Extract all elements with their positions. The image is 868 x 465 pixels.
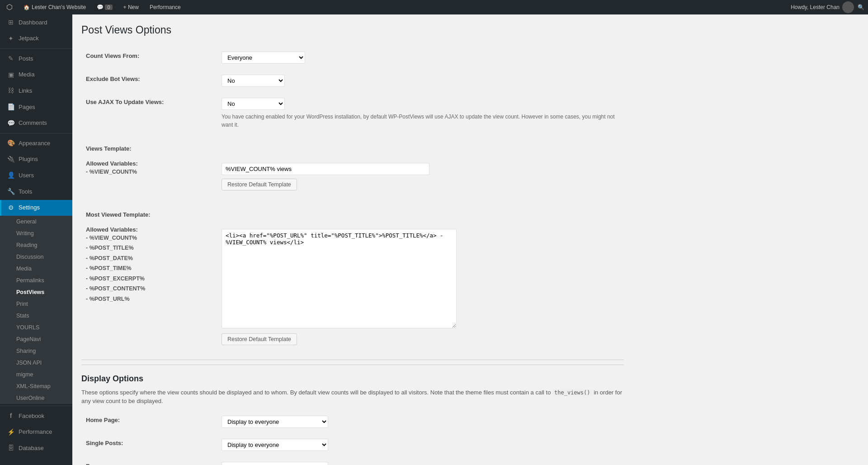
var-postexcerpt: - %POST_EXCERPT% — [86, 274, 212, 284]
media-icon: ▣ — [7, 71, 15, 80]
display-options-heading: Display Options — [81, 365, 624, 388]
main-content: Post Views Options Count Views From: Eve… — [72, 14, 868, 465]
use-ajax-select[interactable]: No Yes — [222, 98, 285, 110]
wp-logo-icon[interactable]: ⬡ — [4, 0, 15, 14]
submenu-postviews[interactable]: PostViews — [0, 286, 72, 298]
new-content-link[interactable]: + New — [121, 0, 142, 14]
comments-link[interactable]: 💬 0 — [94, 0, 115, 14]
exclude-bot-select[interactable]: No Yes — [222, 75, 285, 87]
count-views-label: Count Views From: — [81, 46, 217, 69]
sidebar-item-pages[interactable]: 📄 Pages — [0, 99, 72, 115]
var-postcontent: - %POST_CONTENT% — [86, 284, 212, 294]
submenu-yourls[interactable]: YOURLS — [0, 322, 72, 333]
exclude-bot-label: Exclude Bot Views: — [81, 69, 217, 92]
pages-select[interactable]: Display to everyone Display to registere… — [222, 462, 328, 465]
sidebar-item-performance[interactable]: ⚡ Performance — [0, 424, 72, 441]
links-icon: ⛓ — [7, 86, 15, 95]
submenu-sharing[interactable]: Sharing — [0, 345, 72, 357]
page-title: Post Views Options — [81, 24, 624, 37]
howdy-text: Howdy, Lester Chan — [791, 1, 854, 13]
display-options-desc: These options specify where the view cou… — [81, 388, 624, 406]
plugins-icon: 🔌 — [7, 155, 15, 164]
ajax-description: You have caching enabled for your WordPr… — [222, 113, 619, 129]
jetpack-icon: ✦ — [7, 34, 15, 43]
submenu-writing[interactable]: Writing — [0, 228, 72, 239]
submenu-reading[interactable]: Reading — [0, 239, 72, 251]
var-posttitle: - %POST_TITLE% — [86, 243, 212, 253]
site-name[interactable]: 🏠 Lester Chan's Website — [21, 0, 89, 14]
search-icon[interactable]: 🔍 — [858, 4, 864, 10]
submenu-print[interactable]: Print — [0, 298, 72, 310]
most-viewed-textarea[interactable]: <li><a href="%POST_URL%" title="%POST_TI… — [222, 229, 457, 328]
var-posturl: - %POST_URL% — [86, 294, 212, 304]
dashboard-icon: ⊞ — [7, 18, 15, 27]
single-posts-select[interactable]: Display to everyone Display to registere… — [222, 439, 328, 451]
var-viewcount: - %VIEW_COUNT% — [86, 233, 212, 243]
most-viewed-template-table: Most Viewed Template: Allowed Variables:… — [81, 205, 624, 351]
var-posttime: - %POST_TIME% — [86, 263, 212, 274]
appearance-icon: 🎨 — [7, 139, 15, 148]
views-allowed-vars-label: Allowed Variables: - %VIEW_COUNT% — [81, 157, 217, 196]
display-options-table: Home Page: Display to everyone Display t… — [81, 410, 624, 465]
sidebar-item-facebook[interactable]: f Facebook — [0, 408, 72, 424]
tools-icon: 🔧 — [7, 187, 15, 196]
user-avatar — [842, 1, 854, 13]
count-views-select[interactable]: Everyone Registered Users Only Guests On… — [222, 52, 305, 64]
sidebar-item-links[interactable]: ⛓ Links — [0, 83, 72, 99]
allowed-var-viewcount: - %VIEW_COUNT% — [86, 167, 212, 177]
display-options-section: Display Options These options specify wh… — [81, 360, 624, 465]
performance-topbar-link[interactable]: Performance — [147, 0, 184, 14]
pages-icon: 📄 — [7, 103, 15, 112]
settings-submenu: General Writing Reading Discussion Media… — [0, 216, 72, 404]
pages-label: Pages: — [81, 456, 217, 465]
submenu-jsonapi[interactable]: JSON API — [0, 357, 72, 369]
sidebar-item-tools[interactable]: 🔧 Tools — [0, 184, 72, 200]
performance-icon: ⚡ — [7, 428, 15, 437]
posts-icon: ✎ — [7, 54, 15, 63]
views-template-heading: Views Template: — [81, 139, 217, 157]
sidebar-item-comments[interactable]: 💬 Comments — [0, 115, 72, 132]
comment-count: 0 — [105, 5, 112, 10]
sidebar-item-jetpack[interactable]: ✦ Jetpack — [0, 31, 72, 47]
settings-icon: ⚙ — [7, 204, 15, 213]
submenu-useronline[interactable]: UserOnline — [0, 392, 72, 404]
comment-icon: 💬 — [97, 4, 104, 10]
views-template-section: Views Template: Allowed Variables: - %VI… — [81, 139, 624, 196]
home-page-select[interactable]: Display to everyone Display to registere… — [222, 416, 328, 428]
sidebar-item-plugins[interactable]: 🔌 Plugins — [0, 152, 72, 168]
comments-sidebar-icon: 💬 — [7, 119, 15, 128]
views-template-input[interactable] — [222, 163, 429, 175]
use-ajax-label: Use AJAX To Update Views: — [81, 92, 217, 134]
most-viewed-vars-list: - %VIEW_COUNT% - %POST_TITLE% - %POST_DA… — [86, 233, 212, 304]
submenu-media[interactable]: Media — [0, 263, 72, 275]
restore-most-viewed-button[interactable]: Restore Default Template — [222, 333, 297, 345]
sidebar-item-appearance[interactable]: 🎨 Appearance — [0, 135, 72, 152]
submenu-general[interactable]: General — [0, 216, 72, 228]
restore-views-template-button[interactable]: Restore Default Template — [222, 179, 297, 190]
users-icon: 👤 — [7, 171, 15, 180]
facebook-icon: f — [7, 412, 15, 421]
var-postdate: - %POST_DATE% — [86, 253, 212, 264]
submenu-stats[interactable]: Stats — [0, 310, 72, 322]
admin-bar: ⬡ 🏠 Lester Chan's Website 💬 0 + New Perf… — [0, 0, 868, 14]
views-template-table: Views Template: Allowed Variables: - %VI… — [81, 139, 624, 196]
sidebar-item-media[interactable]: ▣ Media — [0, 67, 72, 83]
submenu-migme[interactable]: migme — [0, 369, 72, 380]
database-icon: 🗄 — [7, 444, 15, 453]
sidebar-item-settings[interactable]: ⚙ Settings — [0, 200, 72, 216]
submenu-xmlsitemap[interactable]: XML-Sitemap — [0, 380, 72, 392]
most-viewed-allowed-label: Allowed Variables: - %VIEW_COUNT% - %POS… — [81, 223, 217, 351]
site-home-icon: 🏠 — [24, 0, 30, 14]
most-viewed-heading: Most Viewed Template: — [81, 205, 217, 223]
count-views-table: Count Views From: Everyone Registered Us… — [81, 46, 624, 134]
sidebar-item-database[interactable]: 🗄 Database — [0, 440, 72, 456]
the-views-code: the_views() — [552, 389, 592, 396]
submenu-pagenavi[interactable]: PageNavi — [0, 333, 72, 345]
sidebar-item-posts[interactable]: ✎ Posts — [0, 51, 72, 67]
submenu-discussion[interactable]: Discussion — [0, 251, 72, 263]
sidebar-item-dashboard[interactable]: ⊞ Dashboard — [0, 14, 72, 31]
home-page-label: Home Page: — [81, 410, 217, 433]
submenu-permalinks[interactable]: Permalinks — [0, 275, 72, 286]
sidebar-item-users[interactable]: 👤 Users — [0, 167, 72, 184]
most-viewed-template-section: Most Viewed Template: Allowed Variables:… — [81, 205, 624, 351]
